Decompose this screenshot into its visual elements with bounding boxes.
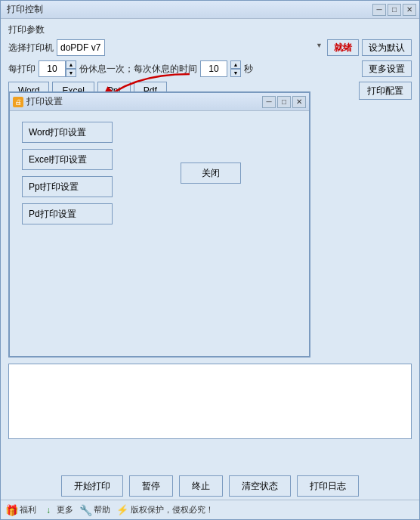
printer-row: 选择打印机 doPDF v7 就绪 设为默认 xyxy=(8,39,412,56)
close-button[interactable]: ✕ xyxy=(403,4,416,16)
sub-maximize-button[interactable]: □ xyxy=(277,96,291,108)
statusbar-copyright-text: 版权保护，侵权必究！ xyxy=(131,504,214,515)
status-button[interactable]: 就绪 xyxy=(327,39,359,56)
rest-time-up[interactable]: ▲ xyxy=(230,60,241,69)
word-print-settings-button[interactable]: Word打印设置 xyxy=(22,122,113,143)
copyright-icon: ⚡ xyxy=(116,504,128,516)
help-icon: 🔧 xyxy=(79,504,91,516)
print-count-spin-buttons: ▲ ▼ xyxy=(66,60,76,77)
start-print-button[interactable]: 开始打印 xyxy=(61,475,123,497)
sub-minimize-button[interactable]: ─ xyxy=(262,96,276,108)
maximize-button[interactable]: □ xyxy=(388,4,401,16)
main-window: 打印控制 ─ □ ✕ 打印参数 选择打印机 doPDF v7 就绪 设为默认 每… xyxy=(0,0,420,520)
rest-time-down[interactable]: ▼ xyxy=(230,69,241,77)
statusbar-item-4[interactable]: ⚡ 版权保护，侵权必究！ xyxy=(116,504,214,516)
rest-time-spin-buttons: ▲ ▼ xyxy=(230,60,241,77)
ppt-print-settings-button[interactable]: Ppt打印设置 xyxy=(22,176,113,197)
print-log-button[interactable]: 打印日志 xyxy=(297,475,359,497)
print-settings-dialog: 🖨 打印设置 ─ □ ✕ Word打印设置 Excel打印设置 Ppt打印设置 … xyxy=(8,91,310,358)
progress-area xyxy=(8,364,412,439)
print-count-up[interactable]: ▲ xyxy=(66,60,76,69)
print-per-label: 每打印 xyxy=(8,63,36,76)
rest-label: 份休息一次；每次休息的时间 xyxy=(79,63,197,76)
statusbar-welfare-text: 福利 xyxy=(20,504,36,515)
more-settings-button[interactable]: 更多设置 xyxy=(362,60,412,77)
statusbar-item-1[interactable]: 🎁 福利 xyxy=(5,504,36,516)
set-default-button[interactable]: 设为默认 xyxy=(362,39,412,56)
print-count-down[interactable]: ▼ xyxy=(66,69,76,77)
print-config-button[interactable]: 打印配置 xyxy=(359,82,412,100)
more-icon: ↓ xyxy=(42,504,54,516)
printer-select[interactable]: doPDF v7 xyxy=(57,39,105,56)
sub-dialog-right: 关闭 xyxy=(125,122,297,224)
statusbar-help-text: 帮助 xyxy=(94,504,110,515)
printer-select-wrapper: doPDF v7 xyxy=(57,39,324,56)
printer-label: 选择打印机 xyxy=(8,42,54,54)
sub-dialog-content: Word打印设置 Excel打印设置 Ppt打印设置 Pd打印设置 关闭 xyxy=(10,111,309,235)
print-count-input[interactable] xyxy=(39,60,66,77)
sub-dialog-title: 打印设置 xyxy=(26,95,63,108)
main-title: 打印控制 xyxy=(4,3,43,16)
titlebar-buttons: ─ □ ✕ xyxy=(372,4,416,16)
minimize-button[interactable]: ─ xyxy=(372,4,386,16)
statusbar-more-text: 更多 xyxy=(57,504,73,515)
print-params-label: 打印参数 xyxy=(8,23,412,36)
print-interval-row: 每打印 ▲ ▼ 份休息一次；每次休息的时间 ▲ ▼ 秒 更多设置 xyxy=(8,60,412,77)
print-count-spinner: ▲ ▼ xyxy=(39,60,76,77)
sub-dialog-spacer xyxy=(10,235,309,356)
pause-button[interactable]: 暂停 xyxy=(129,475,173,497)
statusbar-item-2[interactable]: ↓ 更多 xyxy=(42,504,73,516)
pd-print-settings-button[interactable]: Pd打印设置 xyxy=(22,203,113,224)
stop-button[interactable]: 终止 xyxy=(179,475,223,497)
statusbar: 🎁 福利 ↓ 更多 🔧 帮助 ⚡ 版权保护，侵权必究！ xyxy=(1,500,419,519)
sub-titlebar-left: 🖨 打印设置 xyxy=(13,95,63,108)
rest-time-input[interactable] xyxy=(200,60,227,77)
excel-print-settings-button[interactable]: Excel打印设置 xyxy=(22,149,113,170)
rest-unit: 秒 xyxy=(244,63,253,76)
sub-dialog-icon: 🖨 xyxy=(13,97,23,107)
sub-titlebar-buttons: ─ □ ✕ xyxy=(262,96,306,108)
welfare-icon: 🎁 xyxy=(5,504,17,516)
bottom-bar: 开始打印 暂停 终止 清空状态 打印日志 xyxy=(1,475,419,497)
sub-dialog-titlebar: 🖨 打印设置 ─ □ ✕ xyxy=(10,93,309,111)
sub-dialog-left: Word打印设置 Excel打印设置 Ppt打印设置 Pd打印设置 xyxy=(22,122,113,224)
main-titlebar: 打印控制 ─ □ ✕ xyxy=(1,1,419,19)
sub-close-button[interactable]: ✕ xyxy=(292,96,306,108)
sub-dialog-close-button[interactable]: 关闭 xyxy=(181,162,241,184)
clear-status-button[interactable]: 清空状态 xyxy=(229,475,291,497)
statusbar-item-3[interactable]: 🔧 帮助 xyxy=(79,504,110,516)
